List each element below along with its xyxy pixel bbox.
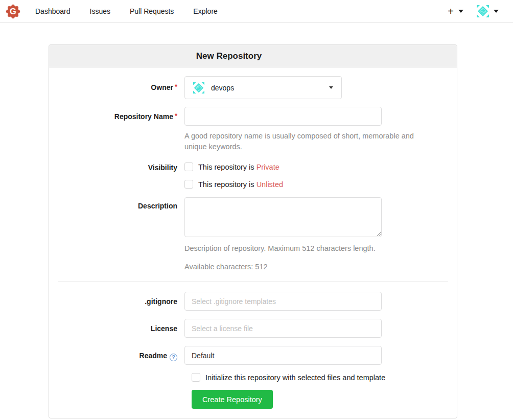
gitignore-row: .gitignore bbox=[57, 292, 449, 311]
visibility-row: Visibility This repository is Private Th… bbox=[57, 162, 449, 189]
private-label-text: This repository is bbox=[198, 163, 256, 171]
page-title: New Repository bbox=[196, 51, 262, 61]
nav-item-pull-requests[interactable]: Pull Requests bbox=[130, 7, 174, 15]
logo-glyph: G bbox=[10, 7, 16, 16]
chevron-down-icon bbox=[329, 86, 333, 89]
panel-header: New Repository bbox=[49, 45, 457, 67]
owner-label: Owner* bbox=[57, 76, 184, 99]
unlisted-checkbox-row: This repository is Unlisted bbox=[184, 180, 283, 189]
plus-icon: + bbox=[448, 6, 454, 16]
init-checkbox-label: Initialize this repository with selected… bbox=[205, 374, 385, 382]
readme-input[interactable] bbox=[184, 346, 382, 365]
owner-avatar bbox=[193, 82, 204, 94]
license-input[interactable] bbox=[184, 319, 382, 338]
unlisted-checkbox[interactable] bbox=[184, 180, 193, 189]
readme-row: Readme? bbox=[57, 346, 449, 365]
chevron-down-icon bbox=[494, 10, 499, 13]
license-label: License bbox=[57, 319, 184, 338]
gitea-logo[interactable]: G bbox=[5, 4, 21, 19]
nav-item-issues[interactable]: Issues bbox=[90, 7, 110, 15]
repo-name-row: Repository Name* A good repository name … bbox=[57, 107, 449, 152]
repo-name-input[interactable] bbox=[184, 107, 382, 126]
description-textarea[interactable] bbox=[184, 197, 382, 237]
new-repository-form: Owner* bbox=[49, 67, 457, 418]
navbar-right: + bbox=[448, 5, 499, 17]
navbar-left: G Dashboard Issues Pull Requests Explore bbox=[5, 4, 237, 19]
nav-item-explore[interactable]: Explore bbox=[193, 7, 217, 15]
description-help: Description of repository. Maximum 512 c… bbox=[184, 243, 382, 254]
repo-name-label: Repository Name* bbox=[57, 107, 184, 152]
visibility-label: Visibility bbox=[57, 162, 184, 189]
description-counter: Available characters: 512 bbox=[184, 263, 382, 271]
owner-dropdown[interactable]: devops bbox=[184, 76, 342, 99]
readme-label: Readme? bbox=[57, 346, 184, 365]
create-new-menu[interactable]: + bbox=[448, 6, 463, 16]
gitignore-input[interactable] bbox=[184, 292, 382, 311]
new-repository-panel: New Repository Owner* bbox=[49, 44, 457, 418]
init-checkbox[interactable] bbox=[192, 373, 200, 382]
owner-dropdown-value: devops bbox=[211, 84, 234, 92]
help-icon[interactable]: ? bbox=[170, 354, 177, 361]
private-checkbox[interactable] bbox=[184, 162, 193, 171]
description-row: Description Description of repository. M… bbox=[57, 197, 449, 271]
description-label: Description bbox=[57, 197, 184, 271]
unlisted-label-text: This repository is bbox=[198, 180, 256, 189]
nav-links: Dashboard Issues Pull Requests Explore bbox=[35, 7, 237, 15]
top-navbar: G Dashboard Issues Pull Requests Explore… bbox=[0, 0, 513, 23]
init-checkbox-row: Initialize this repository with selected… bbox=[192, 373, 449, 382]
required-marker: * bbox=[175, 112, 177, 120]
nav-item-dashboard[interactable]: Dashboard bbox=[35, 7, 71, 15]
private-checkbox-row: This repository is Private bbox=[184, 162, 283, 171]
user-menu[interactable] bbox=[477, 5, 499, 17]
gitignore-label: .gitignore bbox=[57, 292, 184, 311]
owner-row: Owner* bbox=[57, 76, 449, 99]
unlisted-label-highlight: Unlisted bbox=[256, 180, 283, 189]
user-avatar bbox=[477, 5, 489, 17]
main-content: New Repository Owner* bbox=[0, 44, 513, 418]
required-marker: * bbox=[175, 83, 177, 90]
repo-name-help: A good repository name is usually compos… bbox=[184, 131, 430, 152]
private-label-highlight: Private bbox=[256, 163, 279, 171]
section-divider bbox=[58, 282, 448, 282]
create-repository-button[interactable]: Create Repository bbox=[192, 390, 273, 409]
license-row: License bbox=[57, 319, 449, 338]
chevron-down-icon bbox=[458, 10, 463, 13]
